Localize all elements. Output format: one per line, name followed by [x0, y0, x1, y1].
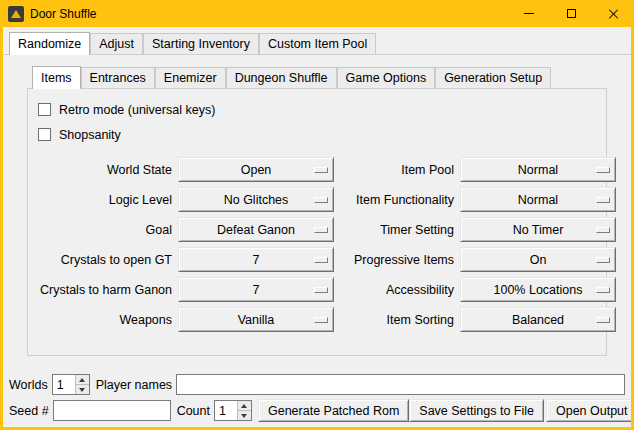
retro-mode-row: Retro mode (universal keys)	[38, 97, 606, 122]
arrow-down-icon	[241, 414, 247, 418]
crystals-open-gt-dropdown[interactable]: 7	[178, 247, 334, 272]
timer-setting-label: Timer Setting	[338, 223, 456, 237]
dropdown-indicator-icon	[314, 167, 328, 173]
logic-level-label: Logic Level	[40, 193, 174, 207]
seed-label: Seed #	[9, 404, 49, 418]
item-functionality-dropdown[interactable]: Normal	[460, 187, 616, 212]
timer-setting-value: No Timer	[513, 223, 564, 237]
tab-enemizer[interactable]: Enemizer	[155, 67, 226, 88]
worlds-value[interactable]: 1	[53, 375, 75, 394]
count-spin-down-button[interactable]	[238, 411, 251, 420]
dropdown-indicator-icon	[596, 257, 610, 263]
shopsanity-row: Shopsanity	[38, 122, 606, 147]
tab-custom-item-pool[interactable]: Custom Item Pool	[259, 33, 376, 54]
accessibility-dropdown[interactable]: 100% Locations	[460, 277, 616, 302]
count-label: Count	[177, 404, 210, 418]
worlds-label: Worlds	[9, 378, 48, 392]
logic-level-dropdown[interactable]: No Glitches	[178, 187, 334, 212]
progressive-items-dropdown[interactable]: On	[460, 247, 616, 272]
timer-setting-dropdown[interactable]: No Timer	[460, 217, 616, 242]
close-button[interactable]	[592, 0, 634, 27]
secondary-tab-strip: Items Entrances Enemizer Dungeon Shuffle…	[27, 61, 607, 88]
dropdown-indicator-icon	[596, 287, 610, 293]
dropdown-indicator-icon	[314, 317, 328, 323]
progressive-items-value: On	[530, 253, 547, 267]
app-icon	[8, 6, 24, 22]
shopsanity-checkbox[interactable]	[38, 128, 51, 141]
titlebar[interactable]: Door Shuffle	[0, 0, 634, 27]
retro-mode-label[interactable]: Retro mode (universal keys)	[59, 103, 215, 117]
generate-patched-rom-button[interactable]: Generate Patched Rom	[258, 399, 409, 422]
tab-starting-inventory[interactable]: Starting Inventory	[143, 33, 259, 54]
arrow-up-icon	[241, 404, 247, 408]
tab-generation-setup[interactable]: Generation Setup	[435, 67, 551, 88]
seed-row: Seed # Count 1 Generate Patched Rom Save…	[9, 399, 625, 422]
item-sorting-label: Item Sorting	[338, 313, 456, 327]
dropdown-indicator-icon	[596, 317, 610, 323]
item-functionality-value: Normal	[518, 193, 558, 207]
logic-level-value: No Glitches	[224, 193, 289, 207]
weapons-value: Vanilla	[238, 313, 275, 327]
dropdown-indicator-icon	[596, 227, 610, 233]
progressive-items-label: Progressive Items	[338, 253, 456, 267]
options-grid: World State Open Item Pool Normal Logic …	[40, 157, 606, 332]
worlds-spin-down-button[interactable]	[76, 385, 89, 394]
goal-value: Defeat Ganon	[217, 223, 295, 237]
primary-tab-strip: Randomize Adjust Starting Inventory Cust…	[3, 27, 631, 55]
window-body: Randomize Adjust Starting Inventory Cust…	[3, 27, 631, 427]
tab-randomize[interactable]: Randomize	[9, 32, 90, 55]
crystals-harm-ganon-label: Crystals to harm Ganon	[40, 283, 174, 297]
worlds-spin-buttons	[75, 375, 89, 394]
dropdown-indicator-icon	[314, 287, 328, 293]
maximize-icon	[567, 9, 576, 18]
item-pool-dropdown[interactable]: Normal	[460, 157, 616, 182]
tab-dungeon-shuffle[interactable]: Dungeon Shuffle	[226, 67, 337, 88]
item-sorting-value: Balanced	[512, 313, 564, 327]
crystals-open-gt-value: 7	[253, 253, 260, 267]
world-state-label: World State	[40, 163, 174, 177]
crystals-harm-ganon-value: 7	[253, 283, 260, 297]
player-names-input[interactable]	[176, 374, 625, 395]
shopsanity-label[interactable]: Shopsanity	[59, 128, 121, 142]
tab-items[interactable]: Items	[32, 66, 81, 89]
count-spinner[interactable]: 1	[214, 400, 252, 421]
minimize-button[interactable]	[508, 0, 550, 27]
world-state-value: Open	[241, 163, 272, 177]
world-state-dropdown[interactable]: Open	[178, 157, 334, 182]
window-title: Door Shuffle	[30, 7, 97, 21]
item-pool-value: Normal	[518, 163, 558, 177]
crystals-harm-ganon-dropdown[interactable]: 7	[178, 277, 334, 302]
count-spin-buttons	[237, 401, 251, 420]
tab-entrances[interactable]: Entrances	[81, 67, 155, 88]
count-value[interactable]: 1	[215, 401, 237, 420]
app-window: Door Shuffle Randomize Adjust Starting I…	[0, 0, 634, 430]
arrow-down-icon	[79, 388, 85, 392]
count-spin-up-button[interactable]	[238, 401, 251, 411]
item-sorting-dropdown[interactable]: Balanced	[460, 307, 616, 332]
accessibility-value: 100% Locations	[494, 283, 583, 297]
dropdown-indicator-icon	[314, 197, 328, 203]
crystals-open-gt-label: Crystals to open GT	[40, 253, 174, 267]
retro-mode-checkbox[interactable]	[38, 103, 51, 116]
maximize-button[interactable]	[550, 0, 592, 27]
worlds-spin-up-button[interactable]	[76, 375, 89, 385]
worlds-row: Worlds 1 Player names	[9, 373, 625, 396]
goal-label: Goal	[40, 223, 174, 237]
seed-input[interactable]	[53, 400, 171, 421]
weapons-label: Weapons	[40, 313, 174, 327]
dropdown-indicator-icon	[596, 167, 610, 173]
tab-game-options[interactable]: Game Options	[337, 67, 436, 88]
randomize-panel: Items Entrances Enemizer Dungeon Shuffle…	[27, 61, 607, 356]
dropdown-indicator-icon	[596, 197, 610, 203]
window-controls	[508, 0, 634, 27]
open-output-directory-button[interactable]: Open Output Directory	[546, 399, 631, 422]
close-icon	[608, 8, 619, 19]
goal-dropdown[interactable]: Defeat Ganon	[178, 217, 334, 242]
minimize-icon	[524, 13, 534, 14]
save-settings-button[interactable]: Save Settings to File	[409, 399, 544, 422]
worlds-spinner[interactable]: 1	[52, 374, 90, 395]
tab-adjust[interactable]: Adjust	[90, 33, 143, 54]
weapons-dropdown[interactable]: Vanilla	[178, 307, 334, 332]
arrow-up-icon	[79, 378, 85, 382]
dropdown-indicator-icon	[314, 227, 328, 233]
